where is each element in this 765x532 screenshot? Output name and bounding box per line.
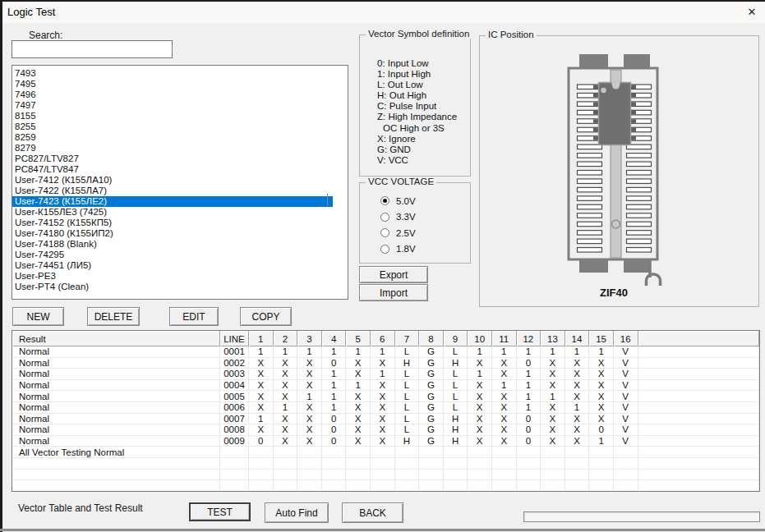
pin-cell: L — [444, 391, 468, 402]
list-item[interactable]: 8255 — [12, 122, 333, 132]
chip-list[interactable]: 74937495749674978155825582598279PC827/LT… — [12, 65, 348, 300]
list-item[interactable]: User-К155ЛЕ3 (7425) — [12, 207, 333, 218]
filler-cell — [638, 391, 760, 402]
pin-cell: V — [614, 424, 638, 436]
table-header-cell: 14 — [565, 331, 590, 346]
radio-icon[interactable] — [380, 213, 389, 222]
search-input[interactable] — [12, 40, 173, 58]
list-item[interactable]: 8155 — [12, 111, 333, 122]
pin-cell: G — [419, 358, 444, 369]
list-item[interactable]: PC847/LTV847 — [12, 164, 333, 175]
table-header-cell: 16 — [614, 331, 638, 346]
vcc-option[interactable]: 5.0V — [380, 193, 416, 209]
filler-cell — [638, 380, 760, 392]
pin-cell: 0 — [322, 414, 347, 425]
list-item[interactable]: User-74295 — [12, 250, 333, 260]
result-cell[interactable]: Normal — [12, 436, 220, 447]
list-item[interactable]: 7495 — [12, 79, 333, 89]
edit-button[interactable]: EDIT — [169, 307, 219, 326]
import-button[interactable]: Import — [359, 284, 428, 301]
pin-cell — [371, 458, 395, 470]
pin-cell: X — [297, 436, 322, 447]
pin-cell: X — [565, 391, 590, 402]
list-item[interactable]: User-7423 (К155ЛЕ2) — [12, 196, 333, 207]
titlebar — [0, 0, 765, 23]
pin-cell: X — [541, 369, 565, 380]
result-cell[interactable]: Normal — [12, 391, 220, 402]
pin-cell — [517, 480, 541, 492]
list-item[interactable]: User-74180 (К155ИП2) — [12, 228, 333, 239]
pin-cell — [565, 447, 590, 458]
result-cell[interactable]: Normal — [12, 424, 220, 436]
pin-cell: X — [541, 436, 565, 447]
pin-cell: X — [492, 391, 517, 402]
list-scrollbar-mark[interactable] — [327, 194, 328, 206]
line-cell: 0006 — [220, 402, 249, 414]
pin-cell: X — [565, 358, 590, 369]
radio-icon[interactable] — [380, 228, 389, 237]
list-item[interactable]: User-PT4 (Clean) — [12, 282, 333, 292]
pin-cell — [322, 480, 347, 492]
pin-cell: X — [541, 358, 565, 369]
back-button[interactable]: BACK — [342, 502, 403, 523]
line-cell: 0005 — [220, 391, 249, 402]
export-button[interactable]: Export — [359, 266, 428, 283]
list-item[interactable]: User-74451 (ЛИ5) — [12, 260, 333, 271]
result-cell[interactable]: Normal — [12, 358, 220, 369]
radio-icon[interactable] — [380, 245, 389, 254]
copy-button[interactable]: COPY — [240, 307, 292, 326]
table-header-cell: LINE — [220, 331, 249, 346]
pin-cell — [614, 480, 638, 492]
list-item[interactable]: 8259 — [12, 132, 333, 143]
table-header-cell: 10 — [468, 331, 492, 346]
result-cell — [12, 470, 220, 481]
result-cell[interactable]: Normal — [12, 346, 220, 358]
pin-cell — [492, 458, 517, 470]
list-item[interactable]: PC827/LTV827 — [12, 154, 333, 164]
result-cell: All Vector Testing Normal — [12, 447, 220, 458]
new-button[interactable]: NEW — [12, 307, 64, 326]
vcc-voltage-group-title: VCC VOLTAGE — [366, 177, 436, 186]
auto-find-button[interactable]: Auto Find — [265, 502, 329, 523]
filler-cell — [638, 369, 760, 380]
result-cell[interactable]: Normal — [12, 414, 220, 425]
pin-cell: 1 — [274, 402, 298, 414]
list-item[interactable]: 7496 — [12, 89, 333, 100]
pin-cell: 1 — [468, 369, 492, 380]
list-item[interactable]: 7497 — [12, 100, 333, 111]
list-item[interactable]: 7493 — [12, 68, 333, 79]
pin-cell: X — [346, 436, 371, 447]
pin-cell — [517, 470, 541, 481]
vcc-option[interactable]: 1.8V — [380, 241, 416, 258]
vcc-option[interactable]: 2.5V — [380, 225, 416, 241]
list-item[interactable]: User-74188 (Blank) — [12, 239, 333, 250]
result-cell[interactable]: Normal — [12, 380, 220, 392]
table-header-cell: 8 — [419, 331, 444, 346]
pin-cell — [274, 480, 298, 492]
list-item[interactable]: User-7412 (К155ЛА10) — [12, 175, 333, 186]
result-table[interactable]: ResultLINE12345678910111213141516Normal0… — [12, 330, 760, 492]
radio-icon[interactable] — [380, 196, 389, 205]
pin-cell — [249, 458, 274, 470]
pin-cell: G — [419, 436, 444, 447]
delete-button[interactable]: DELETE — [87, 307, 140, 326]
pin-cell — [249, 480, 274, 492]
result-cell[interactable]: Normal — [12, 402, 220, 414]
pin-cell: X — [492, 369, 517, 380]
list-item[interactable]: User-7422 (К155ЛА7) — [12, 186, 333, 196]
vector-symbol-line: G: GND — [377, 144, 457, 155]
pin-cell: G — [419, 424, 444, 436]
result-cell[interactable]: Normal — [12, 369, 220, 380]
filler-cell — [638, 424, 760, 436]
list-item[interactable]: 8279 — [12, 143, 333, 154]
pin-cell — [346, 480, 371, 492]
list-item[interactable]: User-74152 (К155КП5) — [12, 218, 333, 228]
vector-symbol-line: 0: Input Low — [377, 58, 457, 69]
vcc-option[interactable]: 3.3V — [380, 209, 416, 226]
test-button[interactable]: TEST — [189, 502, 251, 521]
list-item[interactable]: User-PE3 — [12, 271, 333, 282]
close-icon[interactable]: ✕ — [742, 3, 762, 20]
pin-cell: 0 — [589, 424, 614, 436]
pin-cell: V — [614, 346, 638, 358]
vector-symbol-lines: 0: Input Low1: Input HighL: Out LowH: Ou… — [377, 58, 457, 166]
